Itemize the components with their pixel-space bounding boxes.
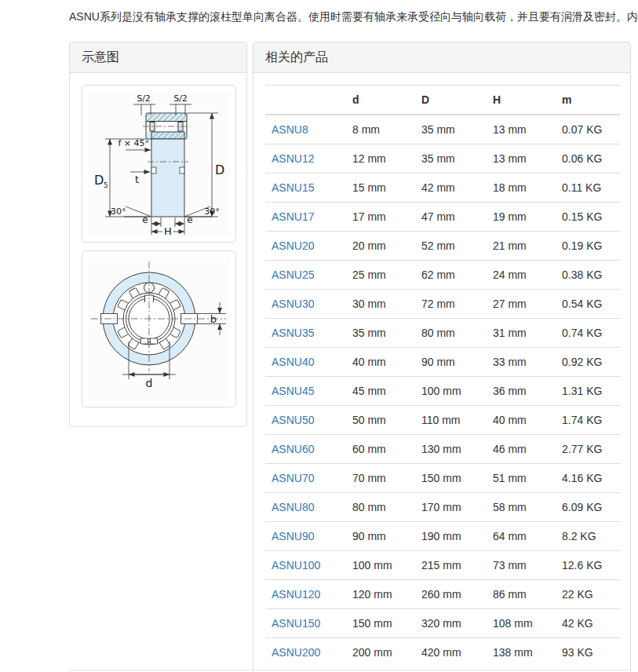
cell-H: 24 mm [487, 261, 556, 290]
label-e-left: e [142, 214, 148, 225]
product-link[interactable]: ASNU35 [272, 327, 314, 339]
column-header: H [487, 86, 556, 115]
cell-D: 260 mm [415, 580, 487, 609]
product-link[interactable]: ASNU12 [272, 152, 314, 165]
table-row: ASNU5050 mm110 mm40 mm1.74 KG [265, 406, 620, 435]
page: ASNU系列是没有轴承支撑的滚柱型单向离合器。使用时需要有轴承来承受径向与轴向载… [0, 0, 638, 672]
bottom-divider [69, 670, 631, 670]
product-link[interactable]: ASNU25 [272, 268, 314, 281]
cell-H: 36 mm [487, 377, 556, 406]
cell-D: 130 mm [415, 435, 487, 464]
cell-product: ASNU200 [265, 638, 346, 667]
cell-product: ASNU15 [265, 173, 346, 203]
product-link[interactable]: ASNU30 [272, 298, 314, 310]
cell-product: ASNU45 [265, 377, 346, 406]
label-d5-sub: 5 [104, 181, 108, 189]
table-row: ASNU3535 mm80 mm31 mm0.74 KG [265, 319, 620, 348]
cell-m: 2.77 KG [556, 435, 620, 464]
table-row: ASNU120120 mm260 mm86 mm22 KG [265, 580, 620, 609]
cell-m: 12.6 KG [556, 551, 620, 580]
cell-D: 320 mm [415, 609, 487, 638]
label-b: b [210, 313, 217, 325]
cell-product: ASNU40 [265, 348, 346, 377]
cell-m: 22 KG [556, 580, 620, 609]
cell-m: 0.15 KG [556, 203, 620, 232]
cell-D: 35 mm [415, 115, 487, 144]
cell-d: 40 mm [346, 348, 415, 377]
column-header: D [415, 86, 487, 115]
cell-product: ASNU120 [265, 580, 346, 609]
product-link[interactable]: ASNU120 [272, 588, 320, 601]
cell-product: ASNU80 [265, 493, 346, 522]
front-view-diagram: b d [88, 257, 230, 401]
cell-d: 15 mm [346, 173, 415, 203]
cell-H: 108 mm [487, 609, 556, 638]
cell-m: 0.07 KG [556, 115, 620, 144]
related-products-panel: 相关的产品 dDHm ASNU88 mm35 mm13 mm0.07 KGASN… [253, 42, 631, 672]
product-link[interactable]: ASNU60 [272, 443, 314, 455]
cell-H: 46 mm [487, 435, 556, 464]
cell-H: 18 mm [487, 173, 556, 203]
table-row: ASNU2020 mm52 mm21 mm0.19 KG [265, 232, 620, 261]
table-row: ASNU4040 mm90 mm33 mm0.92 KG [265, 348, 620, 377]
product-link[interactable]: ASNU50 [272, 414, 314, 426]
cell-m: 0.38 KG [556, 261, 620, 290]
cell-m: 0.74 KG [556, 319, 620, 348]
cell-product: ASNU35 [265, 319, 346, 348]
cell-d: 45 mm [346, 377, 415, 406]
cell-D: 170 mm [415, 493, 487, 522]
label-t: t [135, 173, 139, 185]
cell-d: 90 mm [346, 522, 415, 551]
schematic-panel-title: 示意图 [82, 50, 119, 64]
front-view-thumbnail[interactable]: b d [82, 250, 236, 407]
cell-product: ASNU12 [265, 144, 346, 173]
product-link[interactable]: ASNU20 [272, 239, 314, 252]
schematic-panel-body: S/2 S/2 f × 45° D 5 t D 30° 30° e e H [70, 73, 246, 426]
label-s2-right: S/2 [173, 93, 188, 104]
cell-H: 51 mm [487, 464, 556, 493]
cell-d: 12 mm [346, 144, 415, 173]
cell-H: 19 mm [487, 203, 556, 232]
table-row: ASNU8080 mm170 mm58 mm6.09 KG [265, 493, 620, 522]
product-link[interactable]: ASNU100 [272, 559, 320, 572]
cell-H: 13 mm [487, 144, 556, 173]
product-link[interactable]: ASNU15 [272, 181, 314, 194]
cell-D: 52 mm [415, 232, 487, 261]
product-link[interactable]: ASNU8 [272, 123, 308, 136]
label-outer-diameter: D [215, 163, 224, 177]
product-link[interactable]: ASNU70 [272, 472, 314, 484]
cell-d: 25 mm [346, 261, 415, 290]
cell-D: 215 mm [415, 551, 487, 580]
cell-m: 1.74 KG [556, 406, 620, 435]
cell-D: 35 mm [415, 144, 487, 173]
product-link[interactable]: ASNU45 [272, 385, 314, 397]
related-products-panel-body: dDHm ASNU88 mm35 mm13 mm0.07 KGASNU1212 … [253, 73, 630, 672]
table-row: ASNU4545 mm100 mm36 mm1.31 KG [265, 377, 620, 406]
cell-product: ASNU30 [265, 290, 346, 319]
cell-H: 73 mm [487, 551, 556, 580]
cell-H: 64 mm [487, 522, 556, 551]
cell-D: 47 mm [415, 203, 487, 232]
cell-D: 150 mm [415, 464, 487, 493]
product-link[interactable]: ASNU80 [272, 501, 314, 513]
cell-product: ASNU50 [265, 406, 346, 435]
cell-d: 120 mm [346, 580, 415, 609]
cell-D: 90 mm [415, 348, 487, 377]
cell-d: 50 mm [346, 406, 415, 435]
cell-m: 4.16 KG [556, 464, 620, 493]
product-link[interactable]: ASNU17 [272, 210, 314, 223]
table-row: ASNU3030 mm72 mm27 mm0.54 KG [265, 290, 620, 319]
product-link[interactable]: ASNU90 [272, 530, 314, 542]
product-link[interactable]: ASNU150 [272, 617, 320, 630]
product-link[interactable]: ASNU40 [272, 356, 314, 368]
cell-D: 62 mm [415, 261, 487, 290]
cell-H: 40 mm [487, 406, 556, 435]
cell-d: 100 mm [346, 551, 415, 580]
cross-section-thumbnail[interactable]: S/2 S/2 f × 45° D 5 t D 30° 30° e e H [82, 85, 236, 243]
cell-m: 1.31 KG [556, 377, 620, 406]
cell-D: 100 mm [415, 377, 487, 406]
cell-product: ASNU100 [265, 551, 346, 580]
product-link[interactable]: ASNU200 [272, 646, 320, 659]
cell-D: 80 mm [415, 319, 487, 348]
cell-product: ASNU20 [265, 232, 346, 261]
